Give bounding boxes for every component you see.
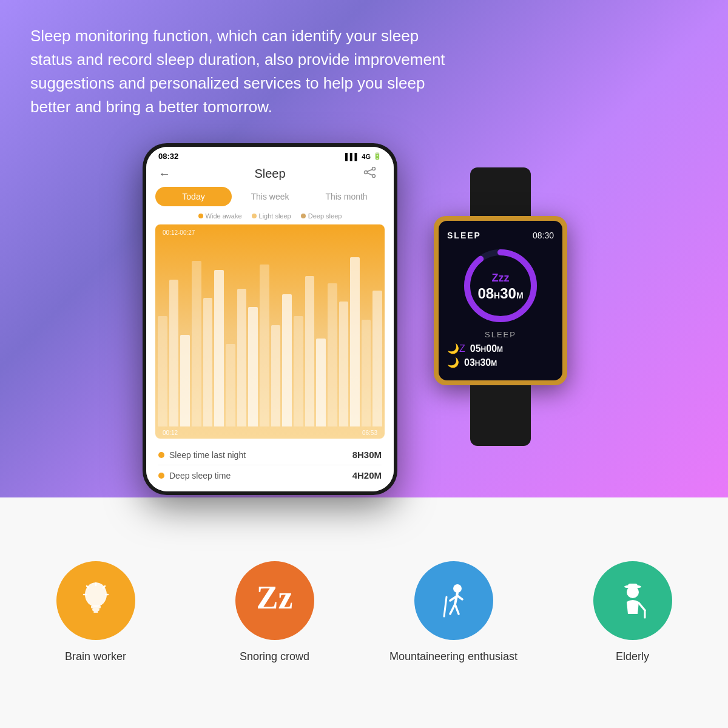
brain-worker-icon-circle [56, 561, 135, 640]
zz-icon: Zz [257, 581, 293, 620]
phone-status-bar: 08:32 ▌▌▌ 4G 🔋 [146, 147, 394, 163]
legend-wide-awake: Wide awake [198, 212, 242, 220]
watch-top-row: SLEEP 08:30 [447, 231, 554, 240]
chart-bar [282, 294, 292, 426]
chart-time-end: 06:53 [362, 430, 377, 436]
svg-line-18 [455, 593, 457, 604]
watch-detail-row-1: 🌙Z 05H00M [447, 343, 554, 354]
bulb-icon [78, 579, 114, 622]
svg-line-27 [639, 603, 645, 610]
top-section: Sleep monitoring function, which can ide… [0, 0, 728, 497]
stat-row-deep-sleep: Deep sleep time 4H20M [158, 465, 382, 485]
watch-label: SLEEP [447, 231, 481, 240]
share-button[interactable] [363, 167, 382, 181]
snoring-crowd-label: Snoring crowd [240, 650, 309, 664]
phone-screen: 08:32 ▌▌▌ 4G 🔋 ← Sleep [146, 147, 394, 491]
wide-awake-dot [198, 214, 203, 218]
deep-sleep-dot [301, 214, 306, 218]
elderly-icon-circle [593, 561, 672, 640]
svg-point-17 [453, 584, 462, 593]
svg-line-23 [444, 597, 447, 616]
light-sleep-dot [252, 214, 257, 218]
watch-detail-time-1: 05H00M [470, 343, 503, 354]
chart-bar [316, 339, 326, 426]
chart-bar [339, 302, 349, 426]
chart-bar [158, 316, 167, 426]
mountaineering-label: Mountaineering enthusiast [389, 650, 517, 664]
h-sup: H [494, 291, 500, 300]
svg-rect-9 [91, 605, 101, 608]
chart-bar [372, 291, 382, 426]
tab-today[interactable]: Today [155, 187, 232, 206]
watch-sleep-sublabel: SLEEP [447, 330, 554, 339]
tab-this-month[interactable]: This month [308, 187, 385, 206]
category-mountaineering: Mountaineering enthusiast [382, 561, 525, 664]
watch-time: 08:30 [533, 231, 554, 240]
stat-value-sleep: 8H30M [352, 450, 382, 460]
light-sleep-label: Light sleep [259, 212, 291, 220]
tab-this-week[interactable]: This week [232, 187, 308, 206]
chart-bar [214, 270, 224, 426]
chart-bar [260, 265, 269, 426]
chart-bar [350, 257, 360, 426]
brain-worker-label: Brain worker [65, 650, 126, 664]
stat-row-sleep-time: Sleep time last night 8H30M [158, 445, 382, 465]
description-text: Sleep monitoring function, which can ide… [30, 24, 455, 119]
chart-label-top: 00:12-00:27 [163, 229, 195, 236]
moon-z-icon: 🌙Z [447, 343, 465, 354]
chart-bar [305, 276, 315, 426]
svg-line-3 [367, 169, 372, 172]
screen-title: Sleep [177, 167, 363, 181]
devices-row: 08:32 ▌▌▌ 4G 🔋 ← Sleep [30, 137, 698, 497]
sleep-stats: Sleep time last night 8H30M Deep sleep t… [146, 439, 394, 491]
svg-line-22 [457, 596, 462, 599]
svg-line-20 [455, 604, 459, 614]
stat-dot-deep [158, 473, 164, 479]
category-elderly: Elderly [561, 561, 704, 664]
stat-left-sleep: Sleep time last night [158, 450, 246, 460]
back-button[interactable]: ← [158, 167, 177, 181]
hiker-icon [434, 581, 473, 620]
network-type: 4G [362, 153, 371, 160]
m-sup: M [516, 291, 524, 300]
svg-point-1 [372, 175, 376, 178]
chart-bar [237, 289, 247, 426]
category-brain-worker: Brain worker [24, 561, 167, 664]
wide-awake-label: Wide awake [206, 212, 242, 220]
legend-row: Wide awake Light sleep Deep sleep [146, 210, 394, 224]
stat-left-deep: Deep sleep time [158, 471, 231, 480]
watch-detail-time-2: 03H30M [464, 357, 497, 368]
chart-bar [203, 298, 213, 426]
moon-icon: 🌙 [447, 357, 459, 368]
stat-dot-sleep [158, 452, 164, 458]
elderly-icon [613, 581, 652, 620]
watch-mockup: SLEEP 08:30 Zzz 08H30M [416, 167, 585, 446]
bottom-section: Brain worker Zz Snoring crowd [0, 497, 728, 728]
chart-bar [248, 307, 258, 426]
watch-big-time: 08H30M [477, 269, 523, 302]
watch-body: SLEEP 08:30 Zzz 08H30M [434, 216, 567, 385]
legend-deep-sleep: Deep sleep [301, 212, 342, 220]
watch-screen: SLEEP 08:30 Zzz 08H30M [439, 221, 562, 380]
chart-bar [192, 261, 201, 426]
signal-icon: ▌▌▌ [345, 153, 359, 160]
chart-bar [362, 320, 371, 426]
svg-line-4 [367, 173, 372, 175]
svg-point-0 [372, 167, 376, 170]
status-right: ▌▌▌ 4G 🔋 [345, 152, 382, 160]
chart-bar [328, 283, 337, 426]
elderly-label: Elderly [616, 650, 649, 664]
phone-time: 08:32 [158, 152, 178, 161]
svg-rect-10 [92, 608, 99, 611]
tab-row: Today This week This month [146, 187, 394, 206]
svg-rect-26 [628, 584, 638, 588]
stat-value-deep: 4H20M [352, 470, 382, 480]
watch-strap-top [470, 167, 531, 216]
chart-bar [180, 335, 190, 427]
mountaineering-icon-circle [414, 561, 493, 640]
watch-big-time-text: 08H30M [477, 285, 523, 302]
chart-bars [155, 224, 385, 439]
legend-light-sleep: Light sleep [252, 212, 291, 220]
watch-strap-bottom [470, 385, 531, 446]
chart-bar [226, 344, 235, 426]
